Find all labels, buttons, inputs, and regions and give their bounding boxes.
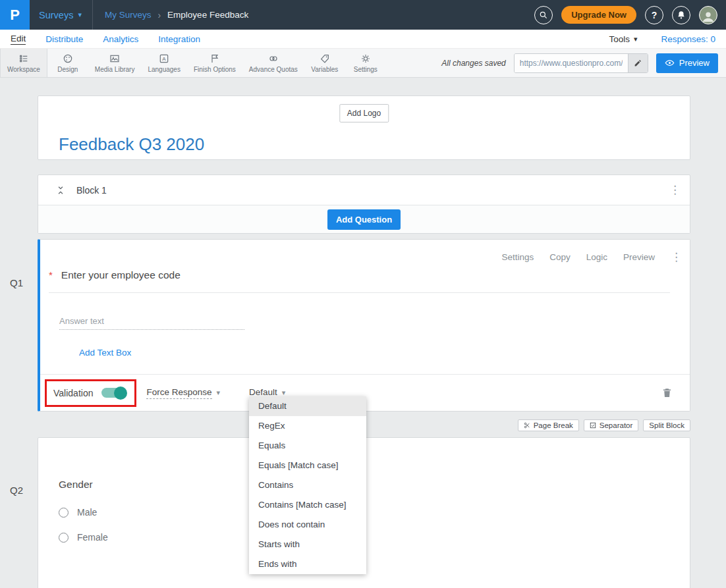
workspace-icon: [18, 53, 29, 64]
survey-title[interactable]: Feedback Q3 2020: [59, 134, 204, 155]
add-question-button[interactable]: Add Question: [327, 209, 401, 230]
question-text[interactable]: Enter your employee code: [61, 269, 181, 281]
toolbar-item-design[interactable]: Design: [47, 49, 88, 77]
search-button[interactable]: [534, 6, 553, 24]
question-number: Q1: [10, 277, 23, 288]
toolbar-item-media-library[interactable]: Media Library: [88, 49, 142, 77]
radio-option: Male: [59, 507, 690, 518]
help-button[interactable]: ?: [645, 6, 663, 24]
toolbar-item-workspace[interactable]: Workspace: [0, 49, 47, 77]
delete-question-button[interactable]: [661, 387, 673, 398]
logo-letter: P: [10, 7, 20, 24]
add-logo-button[interactable]: Add Logo: [339, 104, 389, 122]
validation-option-default[interactable]: Default: [249, 396, 366, 416]
validation-option-equals-match-case[interactable]: Equals [Match case]: [249, 456, 366, 475]
add-text-box-link[interactable]: Add Text Box: [79, 348, 131, 358]
required-marker: *: [49, 269, 53, 281]
validation-option-contains[interactable]: Contains: [249, 475, 366, 495]
collapse-block-icon[interactable]: [56, 186, 65, 195]
toolbar-item-label: Languages: [148, 66, 181, 73]
upgrade-now-button[interactable]: Upgrade Now: [561, 6, 636, 24]
user-avatar[interactable]: [699, 6, 717, 24]
pencil-icon: [634, 59, 642, 67]
separator-button[interactable]: Separator: [584, 419, 639, 431]
validation-option-regex[interactable]: RegEx: [249, 416, 366, 436]
validation-type-menu: Default RegEx Equals Equals [Match case]…: [249, 396, 366, 574]
question-mark-icon: ?: [652, 10, 657, 20]
toolbar-item-label: Advance Quotas: [249, 66, 298, 73]
validation-option-equals[interactable]: Equals: [249, 436, 366, 456]
toolbar-item-label: Finish Options: [194, 66, 236, 73]
force-response-dropdown[interactable]: Force Response ▾: [146, 387, 220, 399]
palette-icon: [63, 53, 73, 64]
bell-icon: [677, 11, 686, 20]
validation-option-contains-match-case[interactable]: Contains [Match case]: [249, 495, 366, 515]
save-status: All changes saved: [441, 59, 505, 68]
breadcrumb-current: Employee Feedback: [167, 10, 248, 20]
question-preview-link[interactable]: Preview: [623, 252, 655, 262]
survey-url-group: [514, 53, 648, 73]
toolbar-right: All changes saved Preview: [441, 49, 726, 77]
question-text-row[interactable]: * Enter your employee code: [49, 269, 670, 293]
question-logic-link[interactable]: Logic: [586, 252, 607, 262]
tab-analytics[interactable]: Analytics: [103, 34, 138, 44]
block-title[interactable]: Block 1: [76, 185, 107, 196]
notifications-button[interactable]: [672, 6, 690, 24]
validation-option-does-not-contain[interactable]: Does not contain: [249, 515, 366, 535]
question-text[interactable]: Gender: [59, 438, 690, 491]
svg-text:A: A: [163, 56, 167, 62]
edit-url-button[interactable]: [628, 54, 648, 72]
topbar: P Surveys ▾ My Surveys › Employee Feedba…: [0, 0, 726, 30]
search-icon: [539, 11, 548, 20]
tab-integration[interactable]: Integration: [158, 34, 200, 44]
topbar-actions: Upgrade Now ?: [534, 6, 717, 24]
validation-label: Validation: [53, 388, 93, 398]
tools-menu[interactable]: Tools ▾: [609, 34, 637, 44]
toolbar-item-variables[interactable]: Variables: [304, 49, 345, 77]
validation-option-ends-with[interactable]: Ends with: [249, 554, 366, 574]
questionpro-logo[interactable]: P: [0, 0, 30, 30]
checkbox-icon: [590, 422, 596, 429]
nav-right: Tools ▾ Responses: 0: [609, 34, 715, 44]
toolbar-item-label: Media Library: [95, 66, 135, 73]
trash-icon: [661, 387, 673, 398]
survey-url-input[interactable]: [515, 54, 628, 72]
toolbar-item-settings[interactable]: Settings: [345, 49, 386, 77]
toggle-knob: [114, 387, 127, 400]
radio-label: Female: [77, 532, 108, 543]
radio-button-female[interactable]: [59, 533, 69, 543]
tab-distribute[interactable]: Distribute: [45, 34, 83, 44]
page-break-button[interactable]: Page Break: [518, 419, 579, 431]
question-actions: Settings Copy Logic Preview ⋮: [40, 240, 690, 263]
preview-button[interactable]: Preview: [656, 53, 718, 73]
radio-label: Male: [77, 507, 97, 518]
split-block-button[interactable]: Split Block: [643, 419, 690, 431]
survey-header-card: Add Logo Feedback Q3 2020: [38, 95, 690, 160]
radio-button-male[interactable]: [59, 508, 69, 518]
breadcrumb-my-surveys[interactable]: My Surveys: [105, 10, 152, 20]
question-settings-link[interactable]: Settings: [501, 252, 534, 262]
toolbar-item-label: Design: [57, 66, 78, 73]
linked-rings-icon: [268, 53, 279, 64]
editor-toolbar: Workspace Design Media Library A Languag…: [0, 49, 726, 78]
person-icon: [701, 9, 715, 24]
question-number: Q2: [10, 485, 23, 496]
product-menu-surveys[interactable]: Surveys ▾: [39, 10, 82, 20]
chevron-down-icon: ▾: [217, 388, 221, 397]
question-copy-link[interactable]: Copy: [549, 252, 571, 262]
toolbar-item-finish-options[interactable]: Finish Options: [187, 49, 242, 77]
toolbar-item-advance-quotas[interactable]: Advance Quotas: [242, 49, 304, 77]
responses-count[interactable]: Responses: 0: [661, 34, 715, 44]
validation-toggle[interactable]: [101, 388, 126, 398]
topbar-divider: [92, 0, 93, 30]
validation-option-starts-with[interactable]: Starts with: [249, 535, 366, 554]
question-menu-icon[interactable]: ⋮: [671, 252, 682, 263]
block-menu-icon[interactable]: ⋮: [669, 184, 681, 196]
flag-icon: [209, 53, 220, 64]
translate-icon: A: [159, 53, 169, 64]
tab-edit[interactable]: Edit: [11, 34, 26, 45]
chevron-down-icon: ▾: [78, 11, 82, 19]
toolbar-item-languages[interactable]: A Languages: [141, 49, 187, 77]
block-header: Block 1 ⋮: [38, 175, 690, 205]
answer-text-field[interactable]: Answer text: [59, 316, 244, 330]
